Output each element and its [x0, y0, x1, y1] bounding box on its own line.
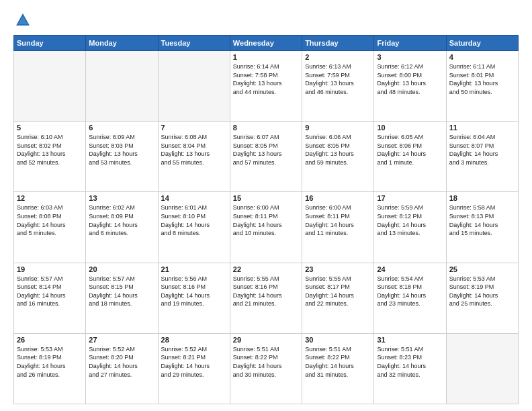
day-detail: Sunrise: 6:14 AM Sunset: 7:58 PM Dayligh…: [233, 62, 299, 96]
day-detail: Sunrise: 5:55 AM Sunset: 8:16 PM Dayligh…: [233, 275, 299, 308]
calendar-cell: [446, 333, 518, 404]
day-detail: Sunrise: 5:52 AM Sunset: 8:21 PM Dayligh…: [161, 345, 227, 379]
day-detail: Sunrise: 5:51 AM Sunset: 8:23 PM Dayligh…: [377, 345, 443, 379]
day-number: 9: [305, 124, 371, 132]
calendar-table: SundayMondayTuesdayWednesdayThursdayFrid…: [13, 35, 519, 404]
calendar-cell: 18Sunrise: 5:58 AM Sunset: 8:13 PM Dayli…: [446, 192, 518, 263]
day-number: 27: [89, 336, 154, 344]
day-number: 10: [377, 124, 443, 132]
day-detail: Sunrise: 5:57 AM Sunset: 8:15 PM Dayligh…: [89, 275, 154, 308]
day-number: 31: [377, 336, 443, 344]
day-detail: Sunrise: 6:04 AM Sunset: 8:07 PM Dayligh…: [449, 133, 515, 167]
day-detail: Sunrise: 6:10 AM Sunset: 8:02 PM Dayligh…: [17, 133, 83, 167]
calendar-cell: 5Sunrise: 6:10 AM Sunset: 8:02 PM Daylig…: [14, 122, 86, 192]
header: [13, 11, 519, 30]
day-number: 1: [233, 53, 299, 61]
day-detail: Sunrise: 6:11 AM Sunset: 8:01 PM Dayligh…: [449, 62, 515, 96]
calendar-cell: [86, 51, 158, 122]
day-detail: Sunrise: 5:55 AM Sunset: 8:17 PM Dayligh…: [305, 275, 371, 308]
calendar-cell: 3Sunrise: 6:12 AM Sunset: 8:00 PM Daylig…: [374, 51, 446, 122]
calendar-cell: 27Sunrise: 5:52 AM Sunset: 8:20 PM Dayli…: [86, 333, 158, 404]
calendar-week-1: 5Sunrise: 6:10 AM Sunset: 8:02 PM Daylig…: [14, 122, 519, 192]
calendar-cell: 28Sunrise: 5:52 AM Sunset: 8:21 PM Dayli…: [158, 333, 230, 404]
day-number: 5: [17, 124, 83, 132]
day-detail: Sunrise: 5:52 AM Sunset: 8:20 PM Dayligh…: [89, 345, 154, 379]
day-detail: Sunrise: 6:13 AM Sunset: 7:59 PM Dayligh…: [305, 62, 371, 96]
day-detail: Sunrise: 6:12 AM Sunset: 8:00 PM Dayligh…: [377, 62, 443, 96]
day-detail: Sunrise: 6:08 AM Sunset: 8:04 PM Dayligh…: [161, 133, 227, 167]
calendar-header-cell-friday: Friday: [374, 36, 446, 51]
day-number: 22: [233, 265, 299, 273]
calendar-cell: 1Sunrise: 6:14 AM Sunset: 7:58 PM Daylig…: [230, 51, 302, 122]
calendar-week-3: 19Sunrise: 5:57 AM Sunset: 8:14 PM Dayli…: [14, 263, 519, 333]
page: SundayMondayTuesdayWednesdayThursdayFrid…: [0, 0, 532, 411]
calendar-cell: 9Sunrise: 6:06 AM Sunset: 8:05 PM Daylig…: [302, 122, 374, 192]
calendar-cell: 24Sunrise: 5:54 AM Sunset: 8:18 PM Dayli…: [374, 263, 446, 333]
calendar-cell: 4Sunrise: 6:11 AM Sunset: 8:01 PM Daylig…: [446, 51, 518, 122]
calendar-week-0: 1Sunrise: 6:14 AM Sunset: 7:58 PM Daylig…: [14, 51, 519, 122]
day-number: 18: [449, 194, 515, 202]
calendar-cell: 31Sunrise: 5:51 AM Sunset: 8:23 PM Dayli…: [374, 333, 446, 404]
day-number: 23: [305, 265, 371, 273]
day-number: 21: [161, 265, 227, 273]
calendar-cell: 17Sunrise: 5:59 AM Sunset: 8:12 PM Dayli…: [374, 192, 446, 263]
calendar-cell: [14, 51, 86, 122]
calendar-cell: 21Sunrise: 5:56 AM Sunset: 8:16 PM Dayli…: [158, 263, 230, 333]
calendar-cell: 10Sunrise: 6:05 AM Sunset: 8:06 PM Dayli…: [374, 122, 446, 192]
day-number: 6: [89, 124, 154, 132]
day-detail: Sunrise: 5:57 AM Sunset: 8:14 PM Dayligh…: [17, 275, 83, 308]
day-number: 24: [377, 265, 443, 273]
day-number: 16: [305, 194, 371, 202]
day-number: 3: [377, 53, 443, 61]
calendar-cell: 30Sunrise: 5:51 AM Sunset: 8:22 PM Dayli…: [302, 333, 374, 404]
day-detail: Sunrise: 5:59 AM Sunset: 8:12 PM Dayligh…: [377, 203, 443, 237]
calendar-cell: 25Sunrise: 5:53 AM Sunset: 8:19 PM Dayli…: [446, 263, 518, 333]
day-detail: Sunrise: 6:06 AM Sunset: 8:05 PM Dayligh…: [305, 133, 371, 167]
day-detail: Sunrise: 5:51 AM Sunset: 8:22 PM Dayligh…: [233, 345, 299, 379]
calendar-header-cell-saturday: Saturday: [446, 36, 518, 51]
day-number: 25: [449, 265, 515, 273]
day-detail: Sunrise: 5:56 AM Sunset: 8:16 PM Dayligh…: [161, 275, 227, 308]
calendar-header-cell-monday: Monday: [86, 36, 158, 51]
day-detail: Sunrise: 5:54 AM Sunset: 8:18 PM Dayligh…: [377, 275, 443, 308]
day-number: 12: [17, 194, 83, 202]
day-number: 8: [233, 124, 299, 132]
day-number: 17: [377, 194, 443, 202]
day-detail: Sunrise: 5:53 AM Sunset: 8:19 PM Dayligh…: [17, 345, 83, 379]
calendar-cell: 14Sunrise: 6:01 AM Sunset: 8:10 PM Dayli…: [158, 192, 230, 263]
day-number: 2: [305, 53, 371, 61]
day-number: 28: [161, 336, 227, 344]
calendar-cell: [158, 51, 230, 122]
calendar-cell: 26Sunrise: 5:53 AM Sunset: 8:19 PM Dayli…: [14, 333, 86, 404]
calendar-cell: 20Sunrise: 5:57 AM Sunset: 8:15 PM Dayli…: [86, 263, 158, 333]
day-number: 29: [233, 336, 299, 344]
calendar-cell: 22Sunrise: 5:55 AM Sunset: 8:16 PM Dayli…: [230, 263, 302, 333]
day-number: 20: [89, 265, 154, 273]
calendar-cell: 6Sunrise: 6:09 AM Sunset: 8:03 PM Daylig…: [86, 122, 158, 192]
calendar-week-4: 26Sunrise: 5:53 AM Sunset: 8:19 PM Dayli…: [14, 333, 519, 404]
day-number: 26: [17, 336, 83, 344]
calendar-header-cell-tuesday: Tuesday: [158, 36, 230, 51]
calendar-cell: 2Sunrise: 6:13 AM Sunset: 7:59 PM Daylig…: [302, 51, 374, 122]
logo-icon: [13, 11, 32, 30]
day-detail: Sunrise: 5:53 AM Sunset: 8:19 PM Dayligh…: [449, 275, 515, 308]
calendar-cell: 23Sunrise: 5:55 AM Sunset: 8:17 PM Dayli…: [302, 263, 374, 333]
calendar-header-cell-wednesday: Wednesday: [230, 36, 302, 51]
calendar-cell: 11Sunrise: 6:04 AM Sunset: 8:07 PM Dayli…: [446, 122, 518, 192]
day-detail: Sunrise: 6:02 AM Sunset: 8:09 PM Dayligh…: [89, 203, 154, 237]
day-detail: Sunrise: 5:51 AM Sunset: 8:22 PM Dayligh…: [305, 345, 371, 379]
calendar-header-cell-sunday: Sunday: [14, 36, 86, 51]
calendar-cell: 12Sunrise: 6:03 AM Sunset: 8:08 PM Dayli…: [14, 192, 86, 263]
day-number: 4: [449, 53, 515, 61]
day-detail: Sunrise: 6:05 AM Sunset: 8:06 PM Dayligh…: [377, 133, 443, 167]
calendar-week-2: 12Sunrise: 6:03 AM Sunset: 8:08 PM Dayli…: [14, 192, 519, 263]
day-number: 11: [449, 124, 515, 132]
calendar-body: 1Sunrise: 6:14 AM Sunset: 7:58 PM Daylig…: [14, 51, 519, 404]
day-number: 14: [161, 194, 227, 202]
calendar-cell: 16Sunrise: 6:00 AM Sunset: 8:11 PM Dayli…: [302, 192, 374, 263]
calendar-cell: 8Sunrise: 6:07 AM Sunset: 8:05 PM Daylig…: [230, 122, 302, 192]
calendar-cell: 19Sunrise: 5:57 AM Sunset: 8:14 PM Dayli…: [14, 263, 86, 333]
calendar-cell: 7Sunrise: 6:08 AM Sunset: 8:04 PM Daylig…: [158, 122, 230, 192]
day-detail: Sunrise: 6:00 AM Sunset: 8:11 PM Dayligh…: [305, 203, 371, 237]
day-number: 19: [17, 265, 83, 273]
